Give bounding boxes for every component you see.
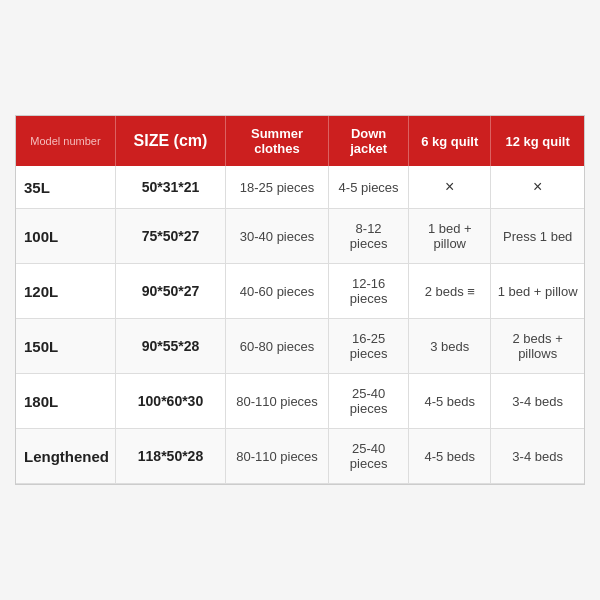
header-12kg: 12 kg quilt [491, 116, 584, 166]
header-model: Model number [16, 116, 116, 166]
size-comparison-table: Model number SIZE (cm) Summer clothes Do… [16, 116, 584, 484]
cell-3-model: 150L [16, 319, 116, 374]
cell-1-kg12: Press 1 bed [491, 209, 584, 264]
cell-0-summer: 18-25 pieces [226, 166, 329, 209]
cell-5-kg12: 3-4 beds [491, 429, 584, 484]
header-down: Down jacket [329, 116, 409, 166]
cell-0-kg6: × [409, 166, 491, 209]
table-row: Lengthened118*50*2880-110 pieces25-40 pi… [16, 429, 584, 484]
table-row: 150L90*55*2860-80 pieces16-25 pieces3 be… [16, 319, 584, 374]
cell-2-summer: 40-60 pieces [226, 264, 329, 319]
cell-0-size: 50*31*21 [116, 166, 226, 209]
cell-2-down: 12-16 pieces [329, 264, 409, 319]
cell-4-kg6: 4-5 beds [409, 374, 491, 429]
cell-2-kg6: 2 beds ≡ [409, 264, 491, 319]
table-row: 120L90*50*2740-60 pieces12-16 pieces2 be… [16, 264, 584, 319]
cell-4-kg12: 3-4 beds [491, 374, 584, 429]
cell-5-model: Lengthened [16, 429, 116, 484]
cell-4-summer: 80-110 pieces [226, 374, 329, 429]
product-table-wrapper: Model number SIZE (cm) Summer clothes Do… [15, 115, 585, 485]
header-6kg: 6 kg quilt [409, 116, 491, 166]
table-row: 35L50*31*2118-25 pieces4-5 pieces×× [16, 166, 584, 209]
cell-1-summer: 30-40 pieces [226, 209, 329, 264]
cell-3-size: 90*55*28 [116, 319, 226, 374]
cell-4-model: 180L [16, 374, 116, 429]
table-row: 100L75*50*2730-40 pieces8-12 pieces1 bed… [16, 209, 584, 264]
cell-0-kg12: × [491, 166, 584, 209]
cell-3-down: 16-25 pieces [329, 319, 409, 374]
cell-0-model: 35L [16, 166, 116, 209]
cell-1-size: 75*50*27 [116, 209, 226, 264]
cell-2-kg12: 1 bed + pillow [491, 264, 584, 319]
table-header-row: Model number SIZE (cm) Summer clothes Do… [16, 116, 584, 166]
cell-4-down: 25-40 pieces [329, 374, 409, 429]
cell-1-kg6: 1 bed + pillow [409, 209, 491, 264]
table-body: 35L50*31*2118-25 pieces4-5 pieces××100L7… [16, 166, 584, 484]
header-size: SIZE (cm) [116, 116, 226, 166]
cell-5-summer: 80-110 pieces [226, 429, 329, 484]
cell-5-kg6: 4-5 beds [409, 429, 491, 484]
cell-3-summer: 60-80 pieces [226, 319, 329, 374]
table-row: 180L100*60*3080-110 pieces25-40 pieces4-… [16, 374, 584, 429]
cell-0-down: 4-5 pieces [329, 166, 409, 209]
cell-5-down: 25-40 pieces [329, 429, 409, 484]
cell-2-model: 120L [16, 264, 116, 319]
header-summer: Summer clothes [226, 116, 329, 166]
cell-1-down: 8-12 pieces [329, 209, 409, 264]
cell-5-size: 118*50*28 [116, 429, 226, 484]
cell-3-kg12: 2 beds + pillows [491, 319, 584, 374]
cell-2-size: 90*50*27 [116, 264, 226, 319]
cell-4-size: 100*60*30 [116, 374, 226, 429]
cell-1-model: 100L [16, 209, 116, 264]
cell-3-kg6: 3 beds [409, 319, 491, 374]
